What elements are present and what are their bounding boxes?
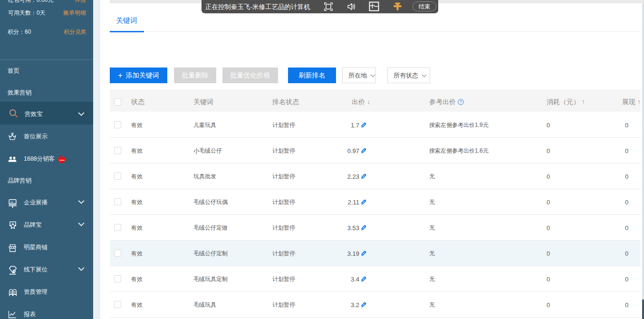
- svg-text:?: ?: [460, 99, 462, 104]
